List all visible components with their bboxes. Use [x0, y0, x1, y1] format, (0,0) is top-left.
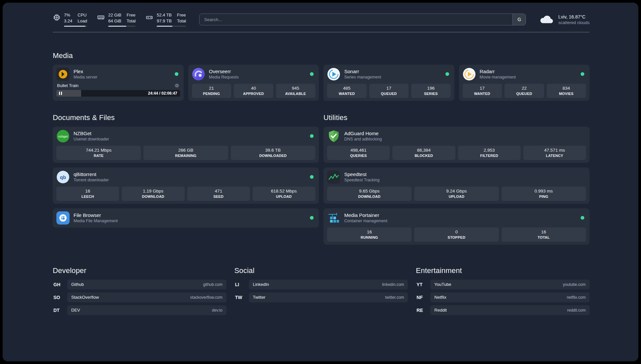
bookmark-abbr: RE [416, 308, 430, 313]
status-dot [310, 72, 314, 76]
memory-usage-bar [108, 26, 136, 27]
service-name: Radarr [480, 69, 516, 74]
stat-stopped: 0 STOPPED [414, 228, 499, 242]
stat-upload: 618.52 Mbps UPLOAD [253, 187, 315, 201]
bookmark-twitter[interactable]: TW Twitter twitter.com [234, 292, 408, 302]
bookmark-group-entertainment: Entertainment YT YouTube youtube.com NF … [416, 266, 590, 315]
bookmark-abbr: LI [234, 282, 249, 287]
bookmark-name: DEV [71, 308, 80, 313]
stat-download: 9.65 Gbps DOWNLOAD [327, 187, 412, 201]
service-subtitle: Usenet downloader [74, 137, 109, 141]
stat-approved: 40 APPROVED [234, 84, 273, 98]
bookmark-netflix[interactable]: NF Netflix netflix.com [416, 292, 590, 302]
status-dot [175, 72, 178, 76]
bookmark-url: github.com [203, 282, 223, 287]
bookmark-url: youtube.com [563, 282, 586, 287]
status-dot [581, 216, 584, 220]
service-card-portainer[interactable]: Media Portainer Container management 16 … [323, 208, 590, 245]
service-card-adguard[interactable]: AdGuard Home DNS and adblocking 498,461 … [323, 127, 590, 163]
service-name: Overseerr [209, 69, 239, 74]
bookmark-name: Netflix [434, 295, 446, 300]
stat-downloaded: 39.6 TB DOWNLOADED [231, 146, 315, 160]
service-subtitle: DNS and adblocking [344, 137, 382, 141]
qbittorrent-icon: qb [56, 170, 70, 184]
service-card-nzbget[interactable]: nzbget NZBGet Usenet downloader 744.21 M… [53, 127, 319, 163]
status-dot [310, 216, 314, 220]
gear-icon[interactable] [174, 83, 179, 88]
stat-remaining: 266 GB REMAINING [143, 146, 228, 160]
service-card-radarr[interactable]: Radarr Movie management 17 WANTED 22 QUE… [459, 65, 590, 101]
service-card-qbittorrent[interactable]: qb qBittorrent Torrent downloader 16 LEE… [53, 167, 319, 204]
bookmark-abbr: GH [53, 282, 67, 287]
bookmark-url: dev.to [212, 308, 223, 313]
search-bar: G [199, 14, 526, 25]
search-provider-button[interactable]: G [512, 14, 526, 25]
disk-free-label: Free [177, 13, 186, 18]
service-subtitle: Media Requests [209, 75, 239, 79]
status-dot [310, 175, 314, 179]
stat-leech: 16 LEECH [56, 187, 119, 201]
pause-icon[interactable] [59, 92, 62, 95]
bookmark-abbr: TW [234, 295, 249, 300]
playback-time: 24:44 / 02:06:47 [148, 90, 177, 97]
service-card-speedtest[interactable]: Speedtest Speedtest Tracking 9.65 Gbps D… [323, 167, 590, 204]
status-dot [581, 72, 584, 76]
section-utilities: Utilities AdGuard Home DNS and adblockin… [323, 113, 590, 245]
header-divider [53, 32, 590, 32]
service-name: File Browser [74, 212, 118, 218]
cpu-widget: 7% 3.24 CPU Load [53, 13, 87, 27]
plex-icon [56, 68, 70, 81]
portainer-icon [327, 211, 340, 225]
bookmark-group-social: Social LI LinkedIn linkedin.com TW Twitt… [234, 266, 408, 315]
service-subtitle: Speedtest Tracking [344, 178, 380, 182]
disk-total-label: Total [177, 18, 186, 24]
stat-pending: 21 PENDING [192, 84, 231, 98]
stat-seed: 471 SEED [187, 187, 250, 201]
service-name: qBittorrent [74, 171, 109, 177]
bookmark-youtube[interactable]: YT YouTube youtube.com [416, 280, 590, 289]
speedtest-icon [327, 170, 340, 184]
disk-total-value: 97.9 TB [157, 18, 171, 24]
social-section-title: Social [234, 266, 408, 275]
bookmark-abbr: NF [416, 295, 430, 300]
cpu-icon [53, 14, 61, 21]
weather-condition: scattered clouds [558, 20, 590, 25]
disk-usage-bar [157, 26, 186, 27]
load-label: Load [77, 18, 87, 24]
service-card-filebrowser[interactable]: File Browser Media File Management [53, 208, 319, 228]
service-name: Media Portainer [344, 212, 387, 218]
bookmark-stackoverflow[interactable]: SO StackOverflow stackoverflow.com [53, 292, 227, 302]
stat-available: 945 AVAILABLE [276, 84, 316, 98]
service-card-plex[interactable]: Plex Media server Bullet Train 24:44 / 0… [53, 65, 184, 101]
bookmark-linkedin[interactable]: LI LinkedIn linkedin.com [234, 280, 408, 289]
bookmark-abbr: SO [53, 295, 67, 300]
radarr-icon [463, 68, 476, 81]
status-dot [445, 72, 449, 76]
search-input[interactable] [199, 14, 526, 25]
filebrowser-icon [56, 211, 70, 225]
service-subtitle: Media File Management [74, 219, 118, 223]
dashboard: 7% 3.24 CPU Load [3, 3, 638, 361]
service-name: NZBGet [74, 131, 109, 136]
stat-queries: 498,461 QUERIES [327, 146, 390, 160]
status-dot [310, 134, 314, 138]
bookmark-reddit[interactable]: RE Reddit reddit.com [416, 305, 590, 315]
disk-icon [145, 14, 153, 21]
service-name: AdGuard Home [344, 131, 382, 136]
service-card-sonarr[interactable]: Sonarr Series management 485 WANTED 17 Q… [323, 65, 454, 101]
documents-section-title: Documents & Files [53, 113, 319, 122]
service-name: Speedtest [344, 171, 380, 177]
service-card-overseerr[interactable]: Overseerr Media Requests 21 PENDING 40 A… [188, 65, 319, 101]
bookmark-github[interactable]: GH Github github.com [53, 280, 227, 289]
stat-blocked: 86,384 BLOCKED [392, 146, 455, 160]
utilities-section-title: Utilities [323, 113, 590, 122]
bookmark-dev[interactable]: DT DEV dev.to [53, 305, 227, 315]
cpu-load-value: 3.24 [64, 18, 72, 24]
service-subtitle: Series management [344, 75, 381, 79]
memory-total-value: 64 GiB [108, 18, 121, 24]
playback-progress-bar[interactable]: 24:44 / 02:06:47 [56, 90, 180, 97]
bookmark-url: linkedin.com [382, 282, 404, 287]
stat-wanted: 17 WANTED [463, 84, 502, 98]
bookmark-group-developer: Developer GH Github github.com SO StackO… [53, 266, 227, 315]
bookmark-name: Reddit [434, 308, 447, 313]
